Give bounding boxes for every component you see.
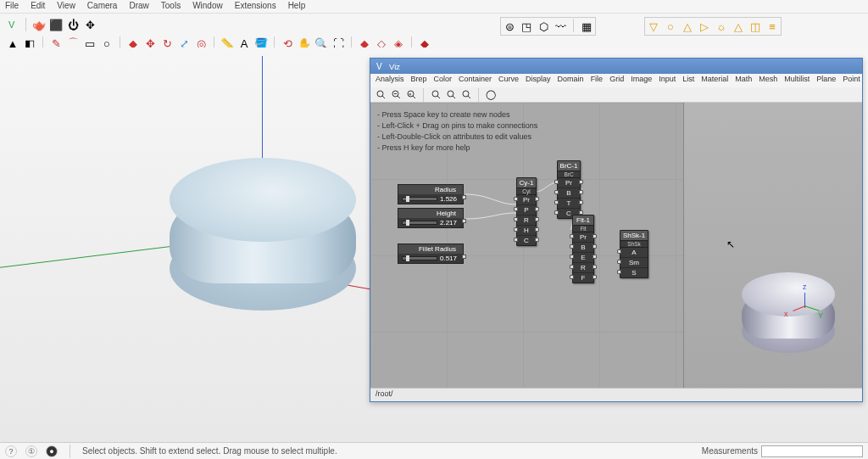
- menu-draw[interactable]: Draw: [129, 1, 148, 12]
- node-brep-cap[interactable]: BrC-1 BrC Pr B T C: [557, 160, 581, 219]
- front-icon[interactable]: △: [680, 19, 695, 34]
- node-shape-sink[interactable]: ShSk-1 ShSk A Sm S: [620, 230, 648, 278]
- menu-extensions[interactable]: Extensions: [235, 1, 276, 12]
- viz-zoom-out2-icon[interactable]: [444, 88, 458, 102]
- viz-statusbar: /root/: [370, 388, 862, 401]
- node-cylinder[interactable]: Cy-1 Cyl Pr P R H C: [516, 177, 537, 246]
- viz-window[interactable]: V Viz Analysis Brep Color Container Curv…: [370, 58, 863, 402]
- viz-sphere-icon[interactable]: ◯: [484, 88, 498, 102]
- viz-menubar[interactable]: Analysis Brep Color Container Curve Disp…: [370, 74, 862, 87]
- viz-menu-math[interactable]: Math: [735, 75, 752, 87]
- info-icon[interactable]: ①: [25, 445, 37, 457]
- viz-zoom-in-icon[interactable]: [374, 88, 387, 102]
- svg-text:V: V: [376, 62, 382, 71]
- measurements-input[interactable]: [761, 445, 863, 457]
- view-toolbar: ▽ ○ △ ▷ ☼ △ ◫ ≡: [644, 17, 782, 36]
- viz-menu-multilist[interactable]: Multilist: [784, 75, 810, 87]
- persp-icon[interactable]: △: [731, 19, 746, 34]
- viz-graph-canvas[interactable]: - Press Space key to create new nodes - …: [370, 103, 684, 388]
- viz-menu-material[interactable]: Material: [701, 75, 728, 87]
- slider-height[interactable]: Height 2.217: [398, 208, 464, 228]
- move-icon[interactable]: ✥: [82, 17, 97, 32]
- viz-menu-grid[interactable]: Grid: [609, 75, 624, 87]
- viz-menu-plane[interactable]: Plane: [816, 75, 836, 87]
- viz-menu-domain[interactable]: Domain: [558, 75, 584, 87]
- display-toolbar: ⊜ ◳ ⬡ 〰 ▦: [500, 17, 596, 36]
- user-icon[interactable]: ●: [46, 445, 58, 457]
- style2-icon[interactable]: ◳: [519, 19, 534, 34]
- menu-file[interactable]: File: [5, 1, 19, 12]
- viz-preview[interactable]: z Y x: [684, 103, 862, 388]
- menu-camera[interactable]: Camera: [87, 1, 118, 12]
- viz-menu-container[interactable]: Container: [459, 75, 492, 87]
- svg-text:×: ×: [409, 92, 412, 97]
- viz-app-icon: V: [376, 61, 386, 71]
- slider-fillet[interactable]: Fillet Radius 0.517: [398, 243, 464, 264]
- viz-menu-file[interactable]: File: [591, 75, 604, 87]
- viz-menu-mesh[interactable]: Mesh: [759, 75, 777, 87]
- slider-radius[interactable]: Radius 1.526: [398, 184, 464, 204]
- viz-zoom-fit2-icon[interactable]: [459, 88, 473, 102]
- viz-titlebar[interactable]: V Viz: [370, 59, 862, 74]
- model-cylinder[interactable]: [170, 158, 356, 311]
- iso-icon[interactable]: ▽: [646, 19, 661, 34]
- style5-icon[interactable]: ▦: [579, 19, 594, 34]
- axis-gizmo[interactable]: z Y x: [787, 288, 821, 322]
- menu-help[interactable]: Help: [288, 1, 306, 12]
- top-icon[interactable]: ○: [663, 19, 678, 34]
- viz-menu-list[interactable]: List: [682, 75, 694, 87]
- block-icon[interactable]: ⬛: [48, 17, 64, 32]
- viz-menu-brep[interactable]: Brep: [411, 75, 427, 87]
- logo-icon[interactable]: V: [5, 17, 20, 32]
- viz-hints: - Press Space key to create new nodes - …: [377, 109, 537, 154]
- viz-zoom-fit-icon[interactable]: ×: [404, 88, 418, 102]
- svg-line-15: [468, 96, 470, 98]
- viz-menu-point[interactable]: Point: [843, 75, 860, 87]
- menu-tools[interactable]: Tools: [161, 1, 181, 12]
- help-icon[interactable]: ?: [5, 445, 17, 457]
- measurements-label: Measurements: [702, 446, 758, 456]
- viz-menu-input[interactable]: Input: [659, 75, 676, 87]
- viz-menu-analysis[interactable]: Analysis: [376, 75, 404, 87]
- svg-point-2: [377, 91, 383, 97]
- viz-menu-color[interactable]: Color: [434, 75, 453, 87]
- style3-icon[interactable]: ⬡: [536, 19, 551, 34]
- sun-icon[interactable]: ☼: [714, 19, 729, 34]
- svg-line-8: [413, 96, 415, 98]
- svg-line-3: [382, 96, 385, 98]
- status-hint: Select objects. Shift to extend select. …: [82, 446, 337, 456]
- svg-point-10: [432, 91, 438, 97]
- right-icon[interactable]: ▷: [697, 19, 712, 34]
- menu-view[interactable]: View: [57, 1, 75, 12]
- two-pt-icon[interactable]: ◫: [748, 19, 763, 34]
- viz-menu-display[interactable]: Display: [526, 75, 551, 87]
- viz-title-text: Viz: [389, 62, 400, 71]
- cursor-icon: [726, 238, 733, 249]
- svg-line-13: [453, 96, 455, 98]
- statusbar: ? ① ● Select objects. Shift to extend se…: [0, 442, 868, 459]
- svg-line-11: [437, 96, 440, 98]
- viz-path: /root/: [376, 389, 393, 398]
- viz-menu-curve[interactable]: Curve: [498, 75, 519, 87]
- teapot-icon[interactable]: 🫖: [31, 17, 47, 32]
- viz-zoom-in2-icon[interactable]: [429, 88, 442, 102]
- svg-line-5: [398, 96, 400, 98]
- svg-point-12: [448, 91, 453, 97]
- parallel-icon[interactable]: ≡: [765, 19, 780, 34]
- viz-toolbar: × ◯: [370, 87, 862, 103]
- main-menubar[interactable]: File Edit View Camera Draw Tools Window …: [0, 0, 868, 14]
- viz-menu-image[interactable]: Image: [631, 75, 652, 87]
- style4-icon[interactable]: 〰: [553, 19, 568, 34]
- svg-point-14: [463, 91, 469, 97]
- style1-icon[interactable]: ⊜: [502, 19, 517, 34]
- viz-zoom-out-icon[interactable]: [389, 88, 403, 102]
- svg-text:V: V: [8, 20, 15, 30]
- menu-window[interactable]: Window: [192, 1, 223, 12]
- power-icon[interactable]: ⏻: [65, 17, 81, 32]
- menu-edit[interactable]: Edit: [31, 1, 45, 12]
- node-fillet[interactable]: Flt-1 Flt Pr B E R F: [572, 215, 594, 283]
